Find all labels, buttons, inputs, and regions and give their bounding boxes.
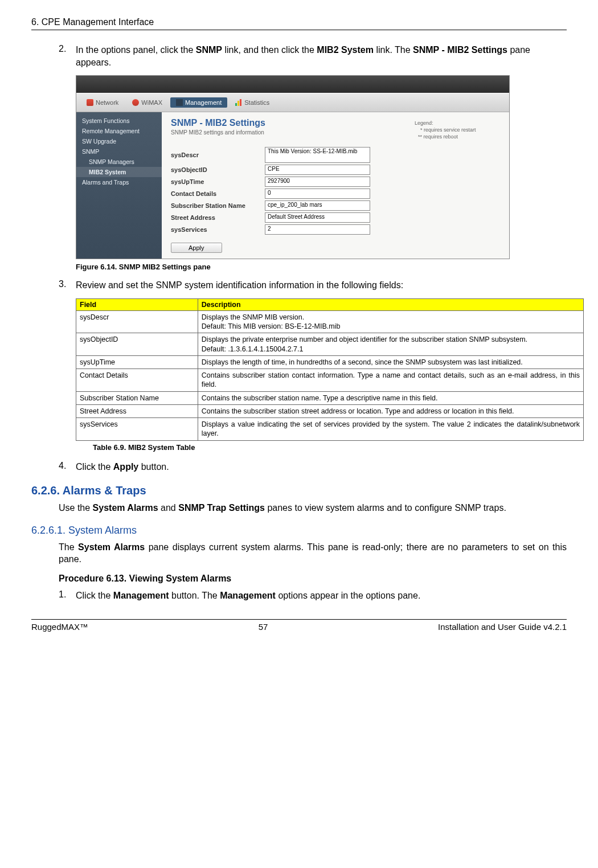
pane-title: SNMP - MIB2 Settings [171, 118, 415, 128]
table-row: sysObjectID Displays the private enterpr… [76, 333, 584, 356]
bold-apply: Apply [113, 462, 138, 472]
field-row-sysservices: sysServices 2 [171, 224, 415, 235]
text: panes to view system alarms and to confi… [265, 503, 506, 513]
field-row-subscriber-name: Subscriber Station Name cpe_ip_200_lab m… [171, 200, 415, 211]
section-alarms-traps: 6.2.6. Alarms & Traps [31, 484, 567, 497]
text: Click the [76, 462, 113, 472]
bold-system-alarms: System Alarms [78, 542, 145, 552]
text: and [158, 503, 179, 513]
field-row-sysobjectid: sysObjectID CPE [171, 165, 415, 175]
apply-button[interactable]: Apply [171, 243, 222, 253]
cell-field: sysObjectID [76, 333, 198, 356]
field-label: sysDescr [171, 152, 265, 158]
statistics-icon [235, 99, 242, 106]
nav-management[interactable]: Management [170, 97, 227, 108]
cell-field: sysUpTime [76, 355, 198, 369]
cell-desc: Displays the private enterprise number a… [198, 333, 583, 356]
legend-line-1: * requires service restart [415, 127, 500, 134]
sidebar-item-system-functions[interactable]: System Functions [76, 116, 162, 126]
text: Use the [59, 503, 93, 513]
nav-label: WiMAX [141, 99, 162, 106]
field-row-sysuptime: sysUpTime 2927900 [171, 177, 415, 187]
field-label: sysServices [171, 226, 265, 233]
bold-management: Management [220, 591, 276, 600]
cell-field: sysServices [76, 418, 198, 441]
text: button. [138, 462, 169, 472]
pane-subtitle: SNMP MIB2 settings and information [171, 129, 415, 136]
sysuptime-input[interactable]: 2927900 [265, 177, 370, 187]
th-description: Description [198, 298, 583, 310]
figure-caption: Figure 6.14. SNMP MIB2 Settings pane [76, 263, 567, 271]
step-text: In the options panel, click the SNMP lin… [76, 44, 567, 68]
sysservices-input[interactable]: 2 [265, 224, 370, 235]
cell-desc: Displays the SNMP MIB version.Default: T… [198, 310, 583, 333]
bold-snmp: SNMP [196, 45, 222, 55]
contact-input[interactable]: 0 [265, 189, 370, 199]
sidebar-item-snmp-managers[interactable]: SNMP Managers [76, 157, 162, 167]
bold-snmp-mib2-settings: SNMP - MIB2 Settings [413, 45, 507, 55]
nav-label: Statistics [244, 99, 269, 106]
nav-network[interactable]: Network [81, 97, 124, 108]
mib2-system-table: Field Description sysDescr Displays the … [76, 298, 584, 441]
table-row: Subscriber Station Name Contains the sub… [76, 391, 584, 404]
field-label: Subscriber Station Name [171, 202, 265, 209]
table-row: sysUpTime Displays the length of time, i… [76, 355, 584, 369]
bold-system-alarms: System Alarms [93, 503, 158, 513]
step-text: Review and set the SNMP system identific… [76, 279, 567, 292]
step-3: 3. Review and set the SNMP system identi… [59, 279, 567, 292]
figure-screenshot: Network WiMAX Management Statistics Syst… [76, 75, 567, 259]
screenshot-nav: Network WiMAX Management Statistics [76, 93, 509, 112]
nav-statistics[interactable]: Statistics [230, 97, 275, 108]
field-label: sysObjectID [171, 166, 265, 173]
field-row-sysdescr: sysDescr This Mib Version: SS-E-12-MIB.m… [171, 147, 415, 163]
sidebar-item-mib2-system[interactable]: MIB2 System [76, 167, 162, 177]
cell-desc: Contains the subscriber station name. Ty… [198, 391, 583, 404]
sidebar-item-snmp[interactable]: SNMP [76, 146, 162, 157]
sidebar-item-alarms-traps[interactable]: Alarms and Traps [76, 177, 162, 187]
cell-desc: Contains subscriber station contact info… [198, 369, 583, 392]
nav-label: Network [96, 99, 118, 106]
sidebar-item-sw-upgrade[interactable]: SW Upgrade [76, 136, 162, 146]
text: In the options panel, click the [76, 45, 196, 55]
legend: Legend: * requires service restart ** re… [415, 118, 500, 253]
step-text: Click the Apply button. [76, 461, 567, 473]
table-row: Contact Details Contains subscriber stat… [76, 369, 584, 392]
step-number: 2. [59, 44, 76, 68]
text: The [59, 542, 78, 552]
subsection-paragraph: The System Alarms pane displays current … [59, 541, 567, 566]
subscriber-name-input[interactable]: cpe_ip_200_lab mars [265, 200, 370, 211]
sysobjectid-input[interactable]: CPE [265, 165, 370, 175]
field-label: Street Address [171, 214, 265, 221]
step-number: 4. [59, 461, 76, 473]
footer-left: RuggedMAX™ [31, 622, 88, 632]
subsection-system-alarms: 6.2.6.1. System Alarms [31, 525, 567, 537]
bold-mib2-system: MIB2 System [317, 45, 374, 55]
procedure-step-1: 1. Click the Management button. The Mana… [59, 589, 567, 602]
bold-snmp-trap-settings: SNMP Trap Settings [178, 503, 265, 513]
step-4: 4. Click the Apply button. [59, 461, 567, 473]
nav-label: Management [185, 99, 222, 106]
step-number: 1. [59, 589, 76, 602]
th-field: Field [76, 298, 198, 310]
step-text: Click the Management button. The Managem… [76, 589, 567, 602]
text: Click the [76, 591, 113, 600]
sidebar-item-remote-management[interactable]: Remote Management [76, 126, 162, 136]
text: options appear in the options pane. [276, 591, 420, 600]
cell-field: Street Address [76, 404, 198, 417]
cell-field: sysDescr [76, 310, 198, 333]
cell-desc: Displays the length of time, in hundredt… [198, 355, 583, 369]
street-input[interactable]: Default Street Address [265, 212, 370, 223]
cell-desc: Displays a value indicating the set of s… [198, 418, 583, 441]
sysdescr-input[interactable]: This Mib Version: SS-E-12-MIB.mib [265, 147, 370, 163]
procedure-title: Procedure 6.13. Viewing System Alarms [59, 574, 567, 584]
page-header: 6. CPE Management Interface [31, 17, 567, 30]
footer-center: 57 [259, 622, 268, 632]
wimax-icon [132, 99, 139, 106]
text: button. The [169, 591, 220, 600]
text: link. The [374, 45, 413, 55]
field-label: sysUpTime [171, 178, 265, 185]
step-2: 2. In the options panel, click the SNMP … [59, 44, 567, 68]
field-row-contact: Contact Details 0 [171, 189, 415, 199]
legend-line-2: ** requires reboot [415, 134, 500, 141]
nav-wimax[interactable]: WiMAX [126, 97, 168, 108]
